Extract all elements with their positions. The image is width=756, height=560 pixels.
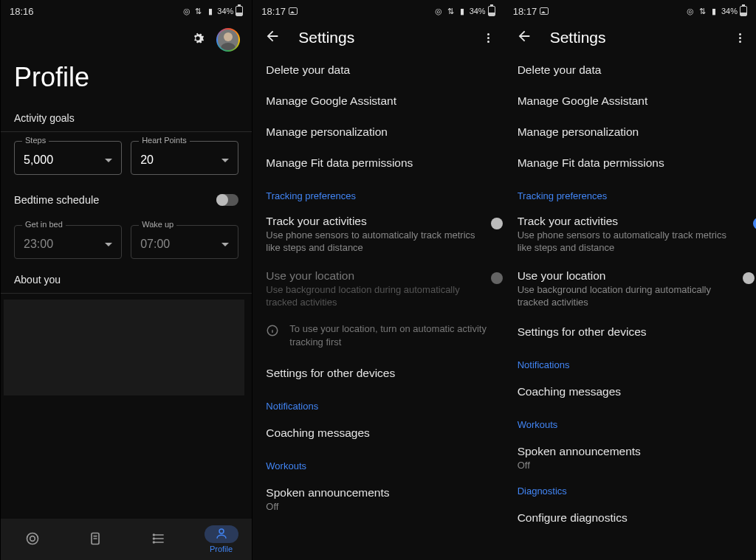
info-icon (266, 324, 279, 340)
about-you-panel (4, 300, 244, 395)
configure-diagnostics[interactable]: Configure diagnostics (504, 502, 756, 525)
data-icon: ⇅ (446, 7, 456, 16)
settings-title: Settings (298, 29, 466, 46)
screen-settings-2: 18:17 ◎ ⇅ ▮ 34% Settings Delete your dat… (504, 0, 756, 560)
tracking-header: Tracking preferences (252, 179, 504, 207)
steps-value: 5,000 (24, 153, 53, 167)
wake-up-legend: Wake up (139, 220, 176, 229)
hotspot-icon: ◎ (434, 7, 444, 16)
track-activities-desc: Use phone sensors to automatically track… (266, 229, 481, 255)
svg-point-6 (219, 529, 224, 533)
get-in-bed-value: 23:00 (24, 238, 53, 251)
spoken-announcements[interactable]: Spoken announcements Off (252, 477, 504, 515)
more-menu[interactable] (484, 30, 492, 46)
bedtime-label: Bedtime schedule (14, 194, 99, 206)
get-in-bed-legend: Get in bed (22, 220, 66, 229)
delete-data[interactable]: Delete your data (252, 55, 504, 86)
gear-icon[interactable] (190, 30, 206, 49)
signal-icon: ▮ (709, 7, 719, 16)
info-text: To use your location, turn on automatic … (289, 322, 490, 349)
nav-profile[interactable]: Profile (205, 525, 238, 553)
bedtime-toggle[interactable] (216, 194, 238, 206)
svg-point-5 (153, 542, 154, 543)
about-you-label: About you (1, 268, 252, 293)
heart-legend: Heart Points (139, 136, 190, 145)
battery-icon (488, 6, 495, 16)
bottom-nav: Profile (1, 519, 252, 560)
coaching-messages[interactable]: Coaching messages (504, 376, 756, 407)
nav-home[interactable] (15, 530, 50, 549)
screen-profile: 18:16 ◎ ⇅ ▮ 34% Profile Activity goals S… (0, 0, 252, 560)
get-in-bed-selector[interactable]: Get in bed 23:00 (14, 225, 122, 259)
spoken-title: Spoken announcements (518, 445, 743, 458)
battery-pct: 34% (721, 7, 738, 15)
spoken-value: Off (266, 501, 490, 512)
chevron-down-icon (105, 159, 112, 162)
other-devices[interactable]: Settings for other devices (252, 358, 504, 389)
spoken-title: Spoken announcements (266, 486, 490, 499)
battery-pct: 34% (217, 7, 233, 15)
svg-point-3 (153, 534, 154, 536)
use-location-title: Use your location (266, 269, 481, 283)
back-button[interactable] (516, 28, 532, 47)
use-location-title: Use your location (518, 269, 734, 283)
svg-point-0 (27, 533, 38, 545)
manage-personalization[interactable]: Manage personalization (504, 117, 756, 148)
screenshot-icon (540, 7, 549, 15)
screen-settings-1: 18:17 ◎ ⇅ ▮ 34% Settings Delete your dat… (252, 0, 504, 560)
nav-journal[interactable] (78, 530, 113, 549)
spoken-announcements[interactable]: Spoken announcements Off (504, 436, 756, 474)
nav-browse[interactable] (141, 530, 176, 549)
workouts-header: Workouts (252, 449, 504, 477)
battery-icon (740, 6, 747, 16)
wake-up-selector[interactable]: Wake up 07:00 (131, 225, 238, 259)
battery-pct: 34% (470, 7, 486, 15)
steps-selector[interactable]: Steps 5,000 (14, 141, 122, 175)
signal-icon: ▮ (205, 7, 215, 16)
chevron-down-icon (221, 159, 229, 162)
manage-assistant[interactable]: Manage Google Assistant (252, 86, 504, 117)
manage-permissions[interactable]: Manage Fit data permissions (252, 148, 504, 179)
wake-up-value: 07:00 (140, 238, 170, 251)
coaching-messages[interactable]: Coaching messages (252, 418, 504, 449)
back-button[interactable] (264, 28, 281, 47)
use-location-desc: Use background location during automatic… (266, 284, 481, 309)
manage-personalization[interactable]: Manage personalization (252, 117, 504, 148)
diagnostics-header: Diagnostics (504, 474, 756, 502)
track-activities-title: Track your activities (266, 215, 481, 228)
battery-icon (236, 6, 243, 16)
hotspot-icon: ◎ (686, 7, 695, 16)
nav-profile-label: Profile (210, 545, 233, 553)
status-time: 18:16 (10, 6, 34, 17)
data-icon: ⇅ (698, 7, 707, 16)
status-bar: 18:16 ◎ ⇅ ▮ 34% (1, 0, 252, 21)
chevron-down-icon (221, 243, 229, 246)
manage-permissions[interactable]: Manage Fit data permissions (504, 148, 756, 179)
signal-icon: ▮ (458, 7, 467, 16)
status-time: 18:17 (261, 6, 286, 17)
data-icon: ⇅ (193, 7, 203, 16)
svg-point-4 (153, 538, 154, 539)
status-bar: 18:17 ◎ ⇅ ▮ 34% (504, 0, 756, 21)
notifications-header: Notifications (252, 389, 504, 418)
hotspot-icon: ◎ (182, 7, 191, 16)
notifications-header: Notifications (504, 348, 756, 376)
tracking-header: Tracking preferences (504, 179, 756, 207)
track-activities-title: Track your activities (518, 215, 734, 228)
workouts-header: Workouts (504, 407, 756, 436)
chevron-down-icon (105, 243, 112, 246)
activity-goals-label: Activity goals (1, 106, 252, 131)
manage-assistant[interactable]: Manage Google Assistant (504, 86, 756, 117)
heart-points-selector[interactable]: Heart Points 20 (131, 141, 238, 175)
other-devices[interactable]: Settings for other devices (504, 317, 756, 348)
delete-data[interactable]: Delete your data (504, 55, 756, 86)
more-menu[interactable] (736, 30, 744, 46)
status-time: 18:17 (513, 6, 537, 17)
settings-title: Settings (550, 29, 718, 46)
use-location-desc: Use background location during automatic… (518, 284, 734, 309)
avatar[interactable] (216, 28, 240, 52)
status-bar: 18:17 ◎ ⇅ ▮ 34% (252, 0, 504, 21)
spoken-value: Off (518, 460, 743, 471)
screenshot-icon (289, 7, 298, 15)
page-title: Profile (1, 56, 252, 106)
